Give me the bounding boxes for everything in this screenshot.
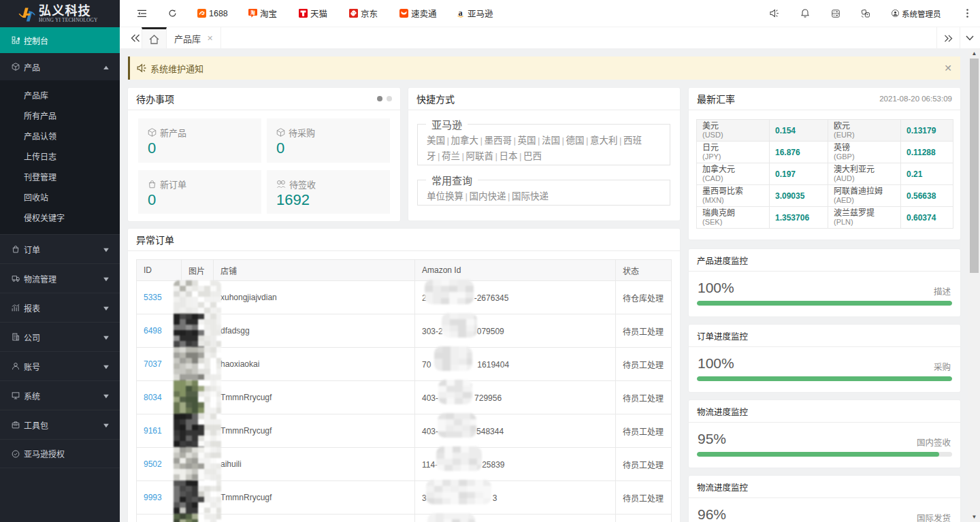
svg-text:淘: 淘 — [250, 10, 255, 16]
svg-text:a: a — [458, 8, 462, 18]
